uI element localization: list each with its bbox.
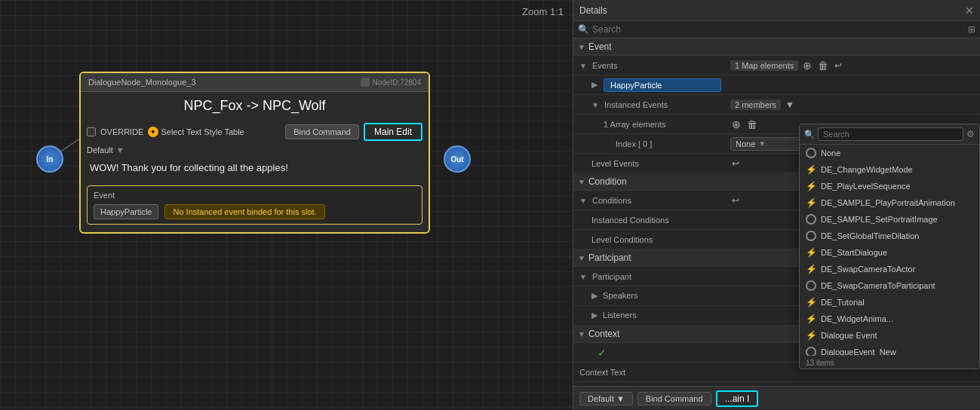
dropdown-item-dialogueevent[interactable]: ⚡ Dialogue Event bbox=[800, 327, 979, 344]
events-reset-button[interactable]: ↩ bbox=[833, 60, 843, 71]
panel-close-button[interactable]: ✕ bbox=[965, 5, 974, 17]
event-box-content: HappyParticle No Instanced event binded … bbox=[94, 204, 416, 219]
participant-label: ▼ Participant bbox=[579, 272, 730, 281]
dropdown-item-portrait-img[interactable]: DE_SAMPLE_SetPortraitImage bbox=[800, 211, 979, 228]
happy-particle-input[interactable] bbox=[604, 78, 721, 92]
dropdown-item-label-tutorial: DE_Tutorial bbox=[821, 298, 865, 307]
index-label: Index [ 0 ] bbox=[579, 139, 730, 148]
dropdown-item-swapcamera-actor[interactable]: ⚡ DE_SwapCameraToActor bbox=[800, 261, 979, 277]
level-conditions-label: Level Conditions bbox=[579, 235, 730, 244]
section-condition-label: Condition bbox=[588, 176, 627, 187]
lightning-icon-7: ⚡ bbox=[806, 314, 816, 324]
level-events-reset-button[interactable]: ↩ bbox=[730, 158, 741, 169]
grid-icon[interactable]: ⊞ bbox=[968, 24, 975, 35]
instanced-events-row: ▼ Instanced Events 2 members ▼ bbox=[573, 95, 980, 115]
dropdown-item-changewidget[interactable]: ⚡ DE_ChangeWidgetMode bbox=[800, 161, 979, 178]
style-icon: ✦ bbox=[148, 127, 158, 137]
members-badge: 2 members bbox=[730, 99, 781, 110]
events-add-button[interactable]: ⊕ bbox=[801, 60, 813, 72]
canvas-area: Zoom 1:1 In Out DialogueNode_Monologue_3… bbox=[0, 0, 573, 410]
node-class-name: DialogueNode_Monologue_3 bbox=[88, 78, 196, 87]
search-input[interactable] bbox=[592, 24, 965, 35]
no-event-msg: No Instanced event binded for this slot. bbox=[164, 204, 324, 219]
node-id-container: NodeID:72804 bbox=[361, 78, 422, 87]
dropdown-gear-button[interactable]: ⚙ bbox=[966, 129, 975, 139]
array-add-button[interactable]: ⊕ bbox=[730, 118, 742, 130]
lightning-icon-8: ⚡ bbox=[806, 330, 816, 341]
lightning-icon-5: ⚡ bbox=[806, 264, 816, 274]
bind-command-button[interactable]: Bind Command bbox=[285, 124, 359, 139]
node-header: DialogueNode_Monologue_3 NodeID:72804 bbox=[81, 73, 429, 92]
events-del-button[interactable]: 🗑 bbox=[816, 60, 830, 72]
event-box: Event HappyParticle No Instanced event b… bbox=[87, 185, 422, 225]
circle-icon-2 bbox=[806, 231, 816, 241]
dropdown-item-portrait-anim[interactable]: ⚡ DE_SAMPLE_PlayPortraitAnimation bbox=[800, 194, 979, 211]
dropdown-item-label-swapcamera-participant: DE_SwapCameraToParticipant bbox=[821, 281, 935, 290]
events-label: ▼ Events bbox=[579, 61, 730, 70]
circle-icon-1 bbox=[806, 214, 816, 225]
section-context-arrow: ▼ bbox=[578, 330, 585, 338]
dropdown-item-label-timedilation: DE_SetGlobalTimeDilation bbox=[821, 231, 919, 240]
bottom-default-button[interactable]: Default ▼ bbox=[579, 392, 633, 405]
lightning-icon-2: ⚡ bbox=[806, 181, 816, 191]
conditions-label: ▼ Conditions bbox=[579, 196, 730, 205]
panel-header: Details ✕ bbox=[573, 0, 980, 21]
lightning-icon-1: ⚡ bbox=[806, 164, 816, 175]
style-table-button[interactable]: ✦ Select Text Style Table bbox=[148, 127, 244, 137]
node-id-icon bbox=[361, 78, 370, 87]
main-edit-button[interactable]: Main Edit bbox=[364, 123, 422, 141]
context-check-icon: ✓ bbox=[598, 347, 607, 359]
dialogue-node: DialogueNode_Monologue_3 NodeID:72804 NP… bbox=[79, 72, 430, 234]
event-box-label: Event bbox=[94, 191, 416, 200]
dropdown-item-startdialogue[interactable]: ⚡ DE_StartDialogue bbox=[800, 244, 979, 261]
search-row: 🔍 ⊞ bbox=[573, 21, 980, 38]
dropdown-arrow: ▼ bbox=[758, 139, 766, 148]
array-elements-label: 1 Array elements bbox=[579, 120, 730, 129]
dropdown-item-tutorial[interactable]: ⚡ DE_Tutorial bbox=[800, 294, 979, 311]
events-value: 1 Map elements ⊕ 🗑 ↩ bbox=[730, 60, 974, 72]
dropdown-item-label-dialogueevent: Dialogue Event bbox=[821, 331, 877, 340]
override-label: OVERRIDE bbox=[100, 127, 143, 136]
conditions-reset-button[interactable]: ↩ bbox=[730, 195, 741, 206]
details-panel: Details ✕ 🔍 ⊞ ▼ Event ▼ Events 1 Map ele… bbox=[573, 0, 980, 410]
dropdown-search-input[interactable] bbox=[818, 127, 963, 141]
bottom-bind-button[interactable]: Bind Command bbox=[637, 392, 711, 405]
members-expand-button[interactable]: ▼ bbox=[784, 99, 796, 110]
dropdown-item-swapcamera-participant[interactable]: DE_SwapCameraToParticipant bbox=[800, 277, 979, 294]
panel-title: Details bbox=[579, 5, 607, 16]
zoom-label: Zoom 1:1 bbox=[522, 6, 564, 17]
default-row: Default ▼ bbox=[81, 144, 429, 156]
override-checkbox[interactable] bbox=[87, 127, 96, 136]
instanced-events-label: ▼ Instanced Events bbox=[579, 100, 730, 109]
section-context-label: Context bbox=[588, 329, 619, 339]
section-event-arrow: ▼ bbox=[578, 43, 585, 51]
dropdown-item-none[interactable]: None bbox=[800, 145, 979, 161]
dropdown-search-icon: 🔍 bbox=[804, 130, 815, 139]
instanced-conditions-label: Instanced Conditions bbox=[579, 216, 730, 225]
dropdown-item-label-widgetanim: DE_WidgetAnima... bbox=[821, 314, 893, 323]
dropdown-item-label-portrait-img: DE_SAMPLE_SetPortraitImage bbox=[821, 215, 938, 224]
speakers-label: ▶ Speakers bbox=[579, 291, 730, 301]
events-row: ▼ Events 1 Map elements ⊕ 🗑 ↩ bbox=[573, 56, 980, 75]
node-controls: OVERRIDE ✦ Select Text Style Table Bind … bbox=[81, 120, 429, 144]
dropdown-item-dialogueevent-new[interactable]: DialogueEvent_New bbox=[800, 344, 979, 356]
dropdown-count: 13 items bbox=[800, 357, 979, 369]
section-participant-arrow: ▼ bbox=[578, 254, 585, 262]
section-participant-label: Participant bbox=[588, 252, 631, 263]
dropdown-item-playlevel[interactable]: ⚡ DE_PlayLevelSequence bbox=[800, 178, 979, 194]
circle-icon-4 bbox=[806, 347, 816, 356]
listeners-label: ▶ Listeners bbox=[579, 311, 730, 320]
section-event-header[interactable]: ▼ Event bbox=[573, 38, 980, 56]
bottom-main-button[interactable]: ...ain I bbox=[716, 390, 759, 407]
connector-out[interactable]: Out bbox=[444, 145, 471, 173]
dropdown-item-widgetanim[interactable]: ⚡ DE_WidgetAnima... DE Tutorial bbox=[800, 311, 979, 327]
connector-in[interactable]: In bbox=[36, 145, 63, 173]
lightning-icon-3: ⚡ bbox=[806, 197, 816, 208]
dropdown-item-label-changewidget: DE_ChangeWidgetMode bbox=[821, 165, 913, 174]
array-del-button[interactable]: 🗑 bbox=[745, 118, 759, 130]
dropdown-item-label-none: None bbox=[821, 148, 840, 158]
dropdown-item-label-swapcamera-actor: DE_SwapCameraToActor bbox=[821, 265, 915, 274]
dropdown-item-timedilation[interactable]: DE_SetGlobalTimeDilation bbox=[800, 228, 979, 244]
section-event-label: Event bbox=[588, 41, 612, 52]
bottom-bar: Default ▼ Bind Command ...ain I bbox=[573, 386, 980, 410]
